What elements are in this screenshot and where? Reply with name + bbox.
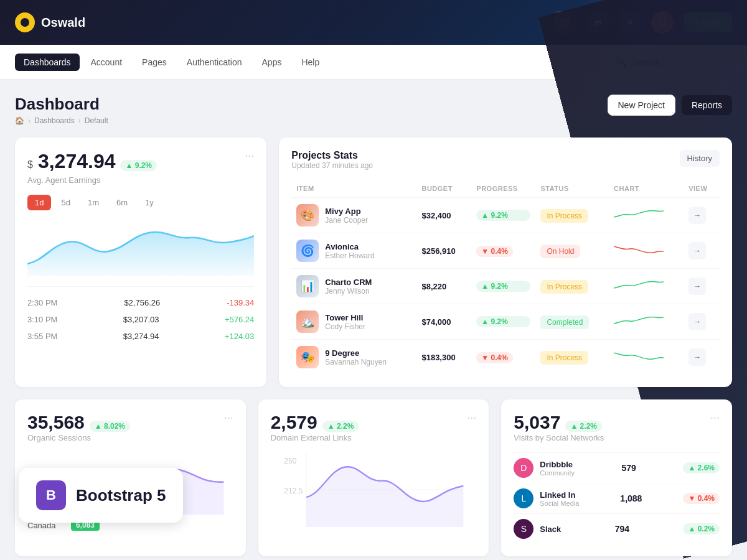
status-cell-2: In Process — [535, 269, 609, 304]
earnings-chart — [27, 220, 254, 276]
progress-cell-1: ▼ 0.4% — [471, 233, 535, 269]
social-num-0: 579 — [622, 463, 636, 473]
share-icon[interactable]: ✦ — [619, 11, 641, 34]
project-thumb-0: 🎨 — [296, 204, 319, 226]
nav-help[interactable]: Help — [293, 54, 328, 71]
row1-value: $2,756.26 — [124, 298, 160, 307]
view-cell-4[interactable]: → — [684, 340, 720, 375]
breadcrumb-dashboards[interactable]: Dashboards — [34, 116, 75, 125]
period-5d[interactable]: 5d — [54, 195, 77, 210]
projects-card-header: Projects Stats Updated 37 minutes ago Hi… — [291, 150, 720, 170]
bootstrap-label: Bootstrap 5 — [76, 486, 166, 505]
social-menu[interactable]: ··· — [710, 412, 720, 423]
period-1y[interactable]: 1y — [138, 195, 161, 210]
project-person-1: Esther Howard — [325, 251, 374, 260]
budget-cell-3: $74,000 — [416, 304, 471, 340]
page-title: Dashboard — [15, 95, 108, 114]
search-input[interactable] — [632, 57, 725, 67]
period-1m[interactable]: 1m — [80, 195, 106, 210]
user-avatar[interactable]: U — [651, 11, 674, 34]
view-btn-0[interactable]: → — [688, 207, 706, 224]
earnings-amount-row: $ 3,274.94 ▲ 9.2% — [27, 150, 245, 173]
page-header: Dashboard 🏠 › Dashboards › Default New P… — [15, 95, 732, 125]
data-row-2: 3:10 PM $3,207.03 +576.24 — [27, 311, 254, 328]
project-item-3: 🏔️ Tower Hill Cody Fisher — [296, 310, 411, 333]
view-cell-0[interactable]: → — [684, 198, 720, 233]
reports-button[interactable]: Reports — [682, 95, 732, 115]
mini-chart-0 — [614, 206, 664, 223]
table-row: 🌀 Avionica Esther Howard $256,910 ▼ 0.4%… — [291, 233, 720, 269]
history-button[interactable]: History — [680, 150, 720, 167]
view-btn-3[interactable]: → — [688, 313, 706, 330]
project-person-4: Savannah Nguyen — [325, 358, 387, 366]
social-rows: D Dribbble Community 579 ▲ 2.6% L Linked… — [514, 452, 720, 544]
status-cell-0: In Process — [535, 198, 609, 233]
nav-dashboards[interactable]: Dashboards — [15, 54, 80, 71]
budget-3: $74,000 — [421, 317, 451, 327]
new-project-button[interactable]: New Project — [608, 95, 675, 116]
view-btn-4[interactable]: → — [688, 348, 706, 366]
sessions-menu[interactable]: ··· — [224, 412, 233, 423]
app-name: Oswald — [41, 16, 85, 30]
social-change-2: ▲ 0.2% — [683, 523, 720, 534]
view-cell-1[interactable]: → — [684, 233, 720, 269]
progress-cell-0: ▲ 9.2% — [471, 198, 535, 233]
nav-pages[interactable]: Pages — [133, 54, 176, 71]
links-amount: 2,579 — [271, 412, 317, 433]
chart-cell-2 — [609, 269, 684, 304]
social-change-0: ▲ 2.6% — [683, 462, 720, 474]
row3-value: $3,274.94 — [123, 332, 159, 341]
progress-cell-3: ▲ 9.2% — [471, 304, 535, 340]
search-bar[interactable]: 🔍 — [608, 52, 732, 72]
home-icon: 🏠 — [15, 116, 24, 125]
project-item-cell: 🌀 Avionica Esther Howard — [291, 233, 416, 269]
nav-account[interactable]: Account — [82, 54, 131, 71]
earnings-card-menu[interactable]: ··· — [245, 150, 254, 161]
period-1d[interactable]: 1d — [27, 195, 51, 210]
view-btn-2[interactable]: → — [688, 278, 706, 295]
nav-apps[interactable]: Apps — [253, 54, 291, 71]
view-cell-2[interactable]: → — [684, 269, 720, 304]
camera-icon[interactable]: 🎬 — [554, 11, 576, 34]
social-num-1: 1,088 — [620, 493, 642, 503]
svg-text:212.5: 212.5 — [284, 487, 303, 495]
progress-4: ▼ 0.4% — [476, 352, 513, 363]
col-chart: CHART — [609, 180, 684, 198]
project-thumb-2: 📊 — [296, 275, 319, 297]
earnings-data-rows: 2:30 PM $2,756.26 -139.34 3:10 PM $3,207… — [27, 286, 254, 345]
social-subtitle: Visits by Social Networks — [514, 433, 720, 442]
project-item-0: 🎨 Mivy App Jane Cooper — [296, 204, 411, 226]
budget-1: $256,910 — [421, 246, 455, 256]
links-chart: 250 212.5 — [271, 452, 477, 527]
project-item-cell: 📊 Charto CRM Jenny Wilson — [291, 269, 416, 304]
cards-row-1: ··· $ 3,274.94 ▲ 9.2% Avg. Agent Earning… — [15, 138, 732, 387]
projects-table: ITEM BUDGET PROGRESS STATUS CHART VIEW 🎨 — [291, 180, 720, 375]
sessions-subtitle: Organic Sessions — [27, 433, 233, 442]
view-btn-1[interactable]: → — [688, 242, 706, 259]
row2-time: 3:10 PM — [27, 315, 57, 324]
view-cell-3[interactable]: → — [684, 304, 720, 340]
table-header-row: ITEM BUDGET PROGRESS STATUS CHART VIEW — [291, 180, 720, 198]
invite-button[interactable]: + Invite — [684, 12, 732, 32]
monitor-icon[interactable]: 🖥 — [586, 11, 609, 34]
status-3: Completed — [540, 315, 589, 329]
projects-title: Projects Stats — [291, 150, 373, 161]
topbar: Oswald 🎬 🖥 ✦ U + Invite — [0, 0, 747, 45]
row3-change: +124.03 — [225, 332, 254, 341]
col-budget: BUDGET — [416, 180, 471, 198]
bootstrap-overlay: B Bootstrap 5 — [19, 468, 183, 523]
social-amount: 5,037 — [514, 412, 560, 433]
links-badge: ▲ 2.2% — [322, 421, 359, 432]
period-6m[interactable]: 6m — [109, 195, 135, 210]
progress-cell-2: ▲ 9.2% — [471, 269, 535, 304]
status-1: On Hold — [540, 245, 580, 258]
project-thumb-4: 🎭 — [296, 346, 319, 368]
links-menu[interactable]: ··· — [467, 412, 476, 423]
table-row: 🎭 9 Degree Savannah Nguyen $183,300 ▼ 0.… — [291, 340, 720, 375]
nav-authentication[interactable]: Authentication — [178, 54, 251, 71]
project-item-cell: 🎨 Mivy App Jane Cooper — [291, 198, 416, 233]
col-view: VIEW — [684, 180, 720, 198]
social-type-1: Social Media — [540, 500, 579, 507]
links-card: ··· 2,579 ▲ 2.2% Domain External Links 2… — [258, 399, 489, 556]
budget-cell-2: $8,220 — [416, 269, 471, 304]
